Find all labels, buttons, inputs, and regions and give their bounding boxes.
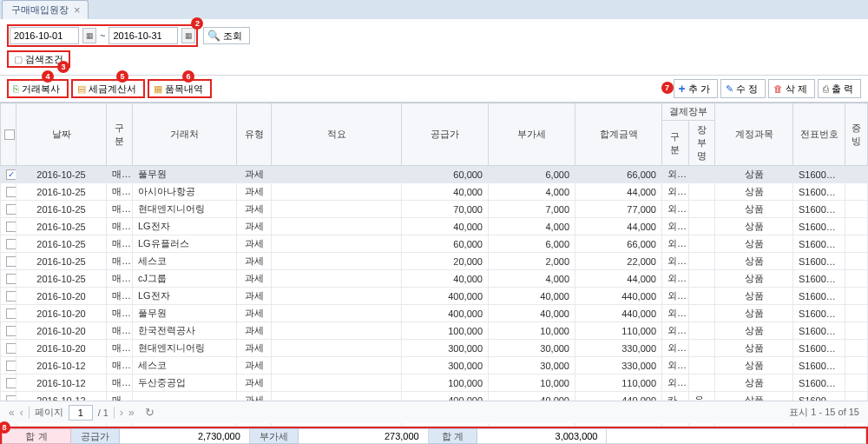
cell-voucher: S1600016 (793, 340, 845, 357)
cell-account: 상품 (715, 305, 793, 322)
row-checkbox[interactable] (6, 222, 16, 232)
calendar-icon[interactable]: ▦ (181, 28, 195, 43)
cell-voucher: S1600018 (793, 322, 845, 340)
table-row[interactable]: 2016-10-25매입풀무원과세60,0006,00066,000외상상품S1… (1, 166, 868, 183)
cell-proof (845, 235, 868, 253)
page-label: 페이지 (35, 406, 63, 419)
table-row[interactable]: 2016-10-20매입LG전자과세400,00040,000440,000외상… (1, 288, 868, 305)
calendar-icon[interactable]: ▦ (82, 28, 96, 43)
refresh-icon[interactable]: ↻ (145, 406, 155, 419)
row-checkbox[interactable] (6, 274, 16, 284)
add-button[interactable]: + 추 가 (674, 79, 718, 98)
date-from-input[interactable] (10, 27, 79, 44)
search-label: 조회 (223, 30, 242, 43)
cell-pay-book (688, 374, 715, 392)
col-payment-group: 결제장부 (662, 103, 715, 121)
page-number-input[interactable] (69, 405, 93, 421)
cell-total: 330,000 (575, 340, 662, 357)
cell-category: 과세 (237, 218, 272, 235)
table-row[interactable]: 2016-10-12매입세스코과세300,00030,000330,000외상상… (1, 357, 868, 374)
search-button[interactable]: 🔍 조회 (203, 27, 250, 44)
cell-vendor: LG전자 (133, 288, 237, 305)
prev-page-icon[interactable]: ‹ (20, 407, 23, 419)
table-row[interactable]: 2016-10-25매입LG전자과세40,0004,00044,000외상상품S… (1, 218, 868, 235)
col-pay-book[interactable]: 장부명 (688, 121, 715, 166)
cell-pay-type: 외상 (662, 374, 689, 392)
row-checkbox[interactable] (6, 187, 16, 197)
col-date[interactable]: 날짜 (16, 103, 107, 166)
toolbar: ⎘ 거래복사 4 ▤ 세금계산서 5 ▦ 품목내역 6 7 + 추 가 ✎ (0, 76, 868, 103)
col-supply[interactable]: 공급가 (402, 103, 489, 166)
row-checkbox[interactable] (6, 326, 16, 336)
cell-type: 매입 (107, 166, 133, 183)
col-checkbox[interactable] (1, 103, 16, 166)
delete-button[interactable]: 🗑 삭 제 (768, 79, 815, 98)
cell-supply: 40,000 (402, 183, 489, 201)
cell-vat: 7,000 (489, 201, 575, 218)
cell-vendor: 풀무원 (133, 305, 237, 322)
col-pay-type[interactable]: 구분 (662, 121, 689, 166)
cell-proof (845, 288, 868, 305)
cell-proof (845, 253, 868, 270)
cell-category: 과세 (237, 374, 272, 392)
cell-desc (272, 166, 402, 183)
close-icon[interactable]: × (74, 4, 81, 16)
table-row[interactable]: 2016-10-25매입LG유플러스과세60,0006,00066,000외상상… (1, 235, 868, 253)
table-row[interactable]: 2016-10-20매입현대엔지니어링과세300,00030,000330,00… (1, 340, 868, 357)
total-supply-value: 2,730,000 (120, 428, 250, 444)
row-checkbox[interactable] (6, 256, 16, 267)
col-total[interactable]: 합계금액 (575, 103, 662, 166)
item-details-button[interactable]: ▦ 품목내역 (148, 79, 212, 98)
cell-vendor: 현대엔지니어링 (133, 340, 237, 357)
copy-transaction-button[interactable]: ⎘ 거래복사 (7, 79, 69, 98)
row-checkbox[interactable] (6, 239, 16, 249)
cell-pay-book (688, 166, 715, 183)
row-checkbox[interactable] (6, 169, 16, 180)
row-checkbox[interactable] (6, 361, 16, 371)
total-vat-value: 273,000 (299, 428, 429, 444)
cell-category: 과세 (237, 288, 272, 305)
table-row[interactable]: 2016-10-20매입한국전력공사과세100,00010,000110,000… (1, 322, 868, 340)
cell-total: 110,000 (575, 374, 662, 392)
cell-pay-type: 외상 (662, 340, 689, 357)
cell-voucher: S1600039 (793, 201, 845, 218)
tax-invoice-button[interactable]: ▤ 세금계산서 (71, 79, 145, 98)
table-row[interactable]: 2016-10-25매입cJ그룹과세40,0004,00044,000외상상품S… (1, 270, 868, 288)
col-vat[interactable]: 부가세 (489, 103, 575, 166)
row-checkbox[interactable] (6, 343, 16, 354)
tab-purchase-ledger[interactable]: 구매매입원장 × (2, 0, 89, 19)
cell-date: 2016-10-25 (16, 253, 107, 270)
edit-button[interactable]: ✎ 수 정 (720, 79, 766, 98)
cell-pay-book (688, 322, 715, 340)
row-checkbox[interactable] (6, 378, 16, 388)
print-button[interactable]: ⎙ 출 력 (818, 79, 861, 98)
col-category[interactable]: 유형 (237, 103, 272, 166)
table-row[interactable]: 2016-10-25매입세스코과세20,0002,00022,000외상상품S1… (1, 253, 868, 270)
next-page-icon[interactable]: › (120, 407, 123, 419)
cell-date: 2016-10-25 (16, 201, 107, 218)
date-to-input[interactable] (108, 27, 178, 44)
cell-supply: 60,000 (402, 235, 489, 253)
cell-type: 매입 (107, 218, 133, 235)
row-checkbox[interactable] (6, 308, 16, 319)
col-vendor[interactable]: 거래처 (133, 103, 237, 166)
table-row[interactable]: 2016-10-12매입두산중공업과세100,00010,000110,000외… (1, 374, 868, 392)
table-row[interactable]: 2016-10-25매입현대엔지니어링과세70,0007,00077,000외상… (1, 201, 868, 218)
total-vat-label: 부가세 (250, 428, 299, 444)
table-row[interactable]: 2016-10-25매입아시아나항공과세40,0004,00044,000외상상… (1, 183, 868, 201)
col-voucher[interactable]: 전표번호 (793, 103, 845, 166)
cell-pay-type: 외상 (662, 322, 689, 340)
col-type[interactable]: 구분 (107, 103, 133, 166)
cell-total: 440,000 (575, 305, 662, 322)
row-checkbox[interactable] (6, 204, 16, 215)
col-desc[interactable]: 적요 (272, 103, 402, 166)
row-checkbox[interactable] (6, 291, 16, 302)
col-account[interactable]: 계정과목 (715, 103, 793, 166)
table-row[interactable]: 2016-10-20매입풀무원과세400,00040,000440,000외상상… (1, 305, 868, 322)
cell-date: 2016-10-20 (16, 322, 107, 340)
col-proof[interactable]: 증빙 (845, 103, 868, 166)
last-page-icon[interactable]: » (128, 407, 135, 419)
tax-label: 세금계산서 (89, 83, 136, 96)
first-page-icon[interactable]: « (9, 407, 15, 419)
cell-desc (272, 270, 402, 288)
